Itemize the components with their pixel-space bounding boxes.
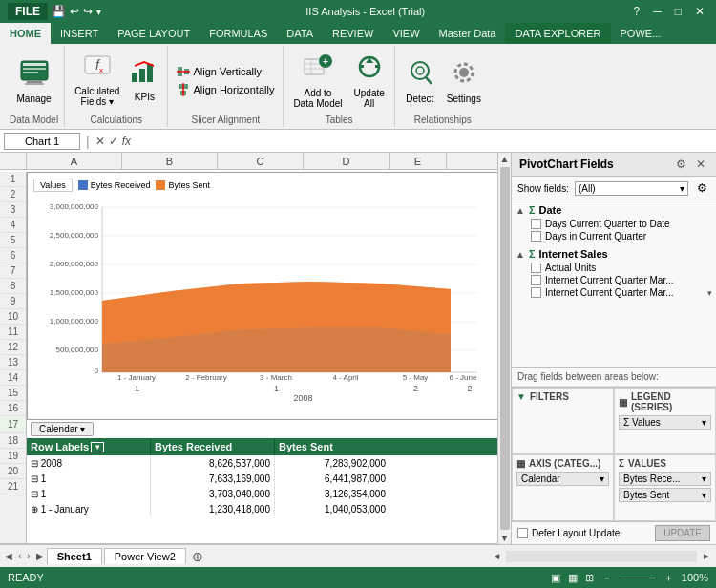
days-current-checkbox[interactable] [531,231,541,242]
pivot-field-internet-qtr-1[interactable]: Internet Current Quarter Mar... [516,274,712,286]
legend-values-dropdown[interactable]: ▾ [702,417,706,428]
settings-button[interactable]: Settings [443,55,485,106]
maximize-btn[interactable]: □ [671,5,685,18]
update-button[interactable]: UPDATE [655,525,710,541]
show-fields-chevron: ▾ [680,183,684,194]
vertical-scrollbar[interactable]: ▲ ▼ [497,153,511,544]
col-header-d[interactable]: D [304,153,390,169]
pivot-section-sales-header[interactable]: ▲ Σ Internet Sales [516,246,712,262]
row-num-2: 2 [0,187,26,202]
pivot-field-internet-qtr-2[interactable]: Internet Current Quarter Mar... ▾ [516,286,712,299]
pivot-panel: PivotChart Fields ⚙ ✕ Show fields: (All)… [511,153,716,544]
insert-function-icon[interactable]: fx [122,135,131,148]
calculated-fields-button[interactable]: f x CalculatedFields ▾ [71,52,123,109]
undo-icon[interactable]: ↩ [70,5,79,18]
cell-18-b: 8,626,537,000 [151,455,275,471]
add-to-data-model-button[interactable]: + Add toData Model [289,50,346,111]
pivot-field-days-current[interactable]: Days in Current Quarter [516,230,712,242]
zoom-out-icon[interactable]: － [601,571,612,585]
sheet-nav-prev[interactable]: ‹ [15,551,24,561]
zoom-in-icon[interactable]: ＋ [663,571,674,585]
h-scroll-right[interactable]: ► [699,551,714,562]
defer-label: Defer Layout Update [532,528,620,538]
col-header-b[interactable]: B [122,153,218,169]
sheet-nav-left[interactable]: ◀ [2,551,15,561]
cancel-formula-icon[interactable]: ✕ [95,135,105,148]
axis-calendar-label: Calendar [521,473,560,484]
sheet-tab-1[interactable]: Sheet1 [47,548,102,564]
add-sheet-btn[interactable]: ⊕ [188,549,207,564]
update-all-button[interactable]: UpdateAll [350,50,389,111]
scroll-up-arrow[interactable]: ▲ [500,153,510,165]
legend-area-values[interactable]: Σ Values ▾ [619,415,711,430]
tab-view[interactable]: VIEW [383,23,429,44]
save-icon[interactable]: 💾 [52,5,66,18]
view-break-icon[interactable]: ⊞ [585,572,594,584]
sheet-nav-next[interactable]: › [24,551,32,561]
col-header-a[interactable]: A [27,153,122,169]
sheet-nav-right[interactable]: ▶ [33,551,47,561]
h-scroll-track[interactable] [506,551,697,562]
tab-data[interactable]: DATA [277,23,323,44]
pivot-pin-icon[interactable]: ✕ [693,157,708,172]
svg-text:0: 0 [95,367,99,375]
col-header-c[interactable]: C [218,153,304,169]
tab-data-explorer[interactable]: DATA EXPLORER [505,23,610,44]
close-btn[interactable]: ✕ [691,5,708,18]
cell-19-a: ⊟ 1 [27,471,151,486]
internet-qtr-2-checkbox[interactable] [531,287,541,298]
detect-button[interactable]: Detect [401,55,439,106]
tab-formulas[interactable]: FORMULAS [200,23,277,44]
redo-icon[interactable]: ↪ [83,5,93,18]
col-header-e[interactable]: E [390,153,447,169]
actual-units-checkbox[interactable] [531,262,541,273]
calendar-slicer[interactable]: Calendar ▾ [31,422,94,436]
manage-button[interactable]: Manage [13,55,55,106]
align-horizontally-button[interactable]: Align Horizontally [174,81,277,98]
bytes-sent-dropdown[interactable]: ▾ [702,490,706,500]
bytes-received-dropdown[interactable]: ▾ [702,473,706,484]
slicer-row: Calendar ▾ [27,420,511,438]
manage-icon [19,57,50,93]
view-layout-icon[interactable]: ▦ [568,572,578,584]
tab-page-layout[interactable]: PAGE LAYOUT [108,23,200,44]
minimize-btn[interactable]: ─ [649,5,665,18]
align-vertically-button[interactable]: Align Vertically [174,63,277,80]
pivot-gear-btn[interactable]: ⚙ [694,180,710,196]
scroll-down-arrow[interactable]: ▼ [500,532,510,544]
internet-qtr-1-checkbox[interactable] [531,275,541,285]
values-area-bytes-sent[interactable]: Bytes Sent ▾ [619,488,711,502]
help-btn[interactable]: ? [630,5,644,18]
pivot-field-days-quarter[interactable]: Days Current Quarter to Date [516,218,712,230]
tab-home[interactable]: HOME [0,23,51,44]
formula-input[interactable] [135,136,712,147]
calc-fields-icon: f x [84,53,111,85]
view-normal-icon[interactable]: ▣ [551,572,560,584]
svg-text:x: x [99,66,103,74]
pivot-show-fields-row: Show fields: (All) ▾ ⚙ [512,177,716,200]
file-tab-title[interactable]: FILE [8,3,48,20]
days-quarter-checkbox[interactable] [531,219,541,229]
tab-insert[interactable]: INSERT [51,23,108,44]
h-scroll-left[interactable]: ◄ [489,551,504,562]
defer-checkbox[interactable] [517,528,528,538]
pivot-settings-icon[interactable]: ⚙ [673,157,689,172]
horizontal-scroll[interactable]: ◄ ► [489,551,714,562]
relationships-group-label: Relationships [414,115,472,127]
show-fields-dropdown[interactable]: (All) ▾ [575,181,688,196]
name-box[interactable] [4,133,80,150]
row-num-19: 19 [0,449,26,464]
pivot-section-date-header[interactable]: ▲ Σ Date [516,202,712,218]
tab-master-data[interactable]: Master Data [430,23,506,44]
x-sub-labels: 1 1 2 2 [102,384,504,393]
tab-review[interactable]: REVIEW [323,23,383,44]
axis-calendar-dropdown[interactable]: ▾ [600,473,604,484]
axis-area-calendar[interactable]: Calendar ▾ [516,472,609,486]
tab-power[interactable]: POWE... [611,23,671,44]
kpis-button[interactable]: KPIs [127,57,161,104]
confirm-formula-icon[interactable]: ✓ [109,135,118,148]
scroll-thumb[interactable] [500,167,510,530]
values-area-bytes-received[interactable]: Bytes Rece... ▾ [619,472,711,486]
pivot-field-actual-units[interactable]: Actual Units [516,262,712,274]
sheet-tab-2[interactable]: Power View2 [104,548,186,564]
